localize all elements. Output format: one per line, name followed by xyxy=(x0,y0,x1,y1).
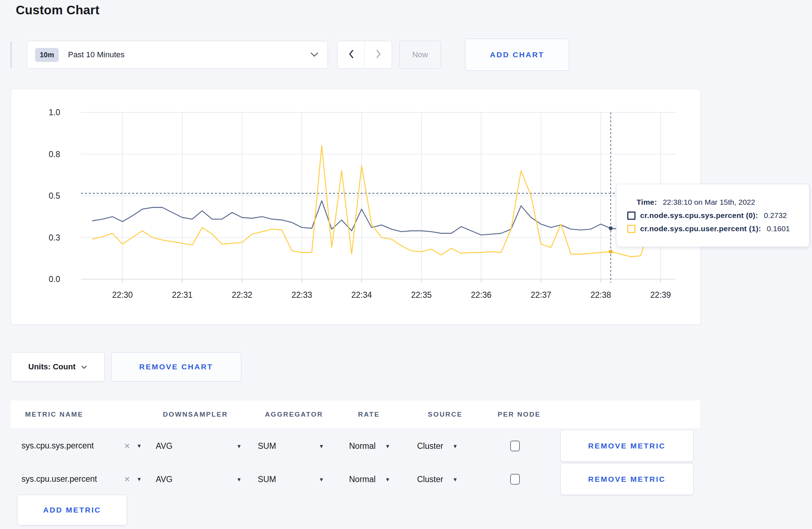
metric-name-select[interactable]: sys.cpu.user.percent × ▼ xyxy=(21,474,142,484)
y-tick-label: 0.0 xyxy=(49,275,60,284)
rate-value: Normal xyxy=(349,474,376,484)
metric-name-select[interactable]: sys.cpu.sys.percent × ▼ xyxy=(21,441,142,451)
dropdown-arrow-icon: ▼ xyxy=(236,443,242,449)
now-button[interactable]: Now xyxy=(399,41,441,69)
clear-metric-icon[interactable]: × xyxy=(123,474,131,484)
remove-metric-button[interactable]: REMOVE METRIC xyxy=(560,463,693,495)
metric-name-value: sys.cpu.user.percent xyxy=(21,474,97,484)
tooltip-series-row: cr.node.sys.cpu.user.percent (1): 0.1601 xyxy=(627,224,809,233)
y-tick-label: 0.5 xyxy=(49,191,60,200)
column-header-downsampler: DOWNSAMPLER xyxy=(163,411,228,418)
time-pager xyxy=(337,41,392,69)
custom-chart-page: Custom Chart 10m Past 10 Minutes Now xyxy=(0,0,812,529)
x-tick-label: 22:36 xyxy=(471,290,492,300)
x-tick-label: 22:37 xyxy=(531,290,551,300)
column-header-source: SOURCE xyxy=(428,411,463,418)
chart-tooltip: Time: 22:38:10 on Mar 15th, 2022 cr.node… xyxy=(616,184,809,247)
tooltip-time-row: Time: 22:38:10 on Mar 15th, 2022 xyxy=(637,198,809,207)
sys-series-swatch-icon xyxy=(627,212,635,220)
dropdown-arrow-icon: ▼ xyxy=(453,476,458,482)
downsampler-select[interactable]: AVG ▼ xyxy=(156,474,242,484)
dropdown-arrow-icon: ▼ xyxy=(136,443,142,449)
remove-metric-button[interactable]: REMOVE METRIC xyxy=(560,430,693,462)
per-node-checkbox[interactable] xyxy=(510,474,520,485)
chart-card: 0.00.30.50.81.022:3022:3122:3222:3322:34… xyxy=(11,89,701,325)
tooltip-series-label: cr.node.sys.cpu.user.percent (1): xyxy=(640,224,761,233)
rate-select[interactable]: Normal ▼ xyxy=(349,474,390,484)
column-header-rate: RATE xyxy=(358,411,380,418)
hover-dot-cr.node.sys.cpu.user.percent xyxy=(609,250,613,254)
prev-interval-button[interactable] xyxy=(338,41,364,68)
y-tick-label: 0.3 xyxy=(49,233,60,242)
tooltip-time-value: 22:38:10 on Mar 15th, 2022 xyxy=(663,198,755,207)
series-line-cr.node.sys.cpu.user.percent xyxy=(93,146,671,257)
remove-chart-button[interactable]: REMOVE CHART xyxy=(111,352,241,382)
x-tick-label: 22:34 xyxy=(351,290,372,300)
column-header-per-node: PER NODE xyxy=(498,411,541,418)
time-range-select[interactable]: 10m Past 10 Minutes xyxy=(27,41,328,69)
metric-name-value: sys.cpu.sys.percent xyxy=(21,441,94,451)
metrics-table-header: METRIC NAME DOWNSAMPLER AGGREGATOR RATE … xyxy=(11,401,700,428)
source-value: Cluster xyxy=(417,474,443,484)
dropdown-arrow-icon: ▼ xyxy=(319,476,324,482)
units-label: Units: Count xyxy=(28,362,76,372)
column-header-aggregator: AGGREGATOR xyxy=(265,411,323,418)
x-tick-label: 22:31 xyxy=(172,290,193,300)
page-title: Custom Chart xyxy=(16,3,100,17)
aggregator-value: SUM xyxy=(258,474,276,484)
dropdown-arrow-icon: ▼ xyxy=(136,476,142,482)
rate-select[interactable]: Normal ▼ xyxy=(349,441,390,451)
rate-value: Normal xyxy=(349,441,376,451)
aggregator-select[interactable]: SUM ▼ xyxy=(258,441,324,451)
clear-metric-icon[interactable]: × xyxy=(123,441,131,451)
chevron-right-icon xyxy=(375,49,382,60)
per-node-checkbox[interactable] xyxy=(510,441,520,451)
x-tick-label: 22:30 xyxy=(112,290,133,300)
metric-row: sys.cpu.user.percent × ▼ AVG ▼ SUM ▼ Nor… xyxy=(11,462,700,496)
y-tick-label: 1.0 xyxy=(49,108,60,117)
downsampler-value: AVG xyxy=(156,441,173,451)
user-series-swatch-icon xyxy=(627,225,635,233)
source-select[interactable]: Cluster ▼ xyxy=(417,474,458,484)
aggregator-select[interactable]: SUM ▼ xyxy=(258,474,324,484)
tooltip-series-label: cr.node.sys.cpu.sys.percent (0): xyxy=(640,211,758,220)
dropdown-arrow-icon: ▼ xyxy=(236,476,242,482)
cpu-usage-chart[interactable]: 0.00.30.50.81.022:3022:3122:3222:3322:34… xyxy=(11,89,700,324)
tooltip-series-value: 0.2732 xyxy=(764,211,787,220)
x-tick-label: 22:39 xyxy=(650,290,671,300)
x-tick-label: 22:35 xyxy=(411,290,432,300)
downsampler-value: AVG xyxy=(156,474,173,484)
toolbar: 10m Past 10 Minutes Now ADD CHART xyxy=(11,41,798,69)
dropdown-arrow-icon: ▼ xyxy=(319,443,324,449)
downsampler-select[interactable]: AVG ▼ xyxy=(156,441,242,451)
x-tick-label: 22:38 xyxy=(590,290,611,300)
next-interval-button[interactable] xyxy=(364,41,392,68)
tooltip-series-row: cr.node.sys.cpu.sys.percent (0): 0.2732 xyxy=(627,211,809,220)
time-range-label: Past 10 Minutes xyxy=(68,50,125,59)
source-select[interactable]: Cluster ▼ xyxy=(417,441,458,451)
tooltip-time-label: Time: xyxy=(637,198,657,207)
add-chart-button[interactable]: ADD CHART xyxy=(465,39,569,71)
x-tick-label: 22:32 xyxy=(232,290,252,300)
chevron-down-icon xyxy=(310,52,318,57)
add-metric-button[interactable]: ADD METRIC xyxy=(17,495,127,525)
source-value: Cluster xyxy=(417,441,443,451)
units-select[interactable]: Units: Count xyxy=(11,352,105,382)
chevron-down-icon xyxy=(81,362,87,372)
column-header-metric-name: METRIC NAME xyxy=(25,411,83,418)
metric-row: sys.cpu.sys.percent × ▼ AVG ▼ SUM ▼ Norm… xyxy=(11,429,700,462)
dropdown-arrow-icon: ▼ xyxy=(453,443,458,449)
aggregator-value: SUM xyxy=(258,441,276,451)
x-tick-label: 22:33 xyxy=(291,290,312,300)
time-range-badge: 10m xyxy=(35,48,59,62)
toolbar-left-divider xyxy=(11,42,11,68)
y-tick-label: 0.8 xyxy=(49,150,60,159)
dropdown-arrow-icon: ▼ xyxy=(385,476,390,482)
chevron-left-icon xyxy=(348,49,354,60)
dropdown-arrow-icon: ▼ xyxy=(385,443,390,449)
hover-dot-cr.node.sys.cpu.sys.percent xyxy=(609,226,613,230)
series-line-cr.node.sys.cpu.sys.percent xyxy=(93,201,671,235)
tooltip-series-value: 0.1601 xyxy=(767,224,790,233)
